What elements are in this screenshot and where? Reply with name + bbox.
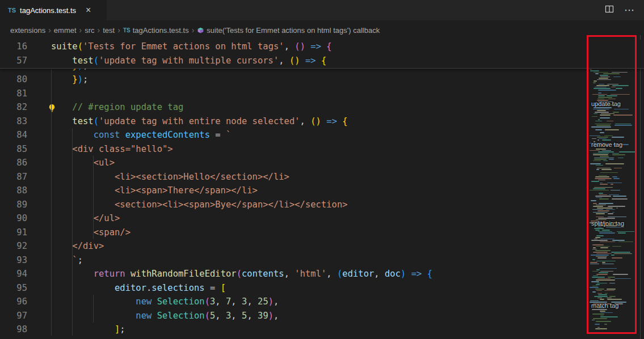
code-token: , [215,311,226,321]
code-area[interactable]: 80 });8182 // #region update tag83 test(… [0,73,644,337]
line-number[interactable]: 87 [0,170,27,184]
line-number[interactable]: 85 [0,142,27,156]
code-token: { [321,56,326,66]
code-line[interactable]: 91 <span/> [0,226,644,240]
breadcrumb-item-emmet[interactable]: emmet [54,26,77,35]
code-text: new Selection(3, 7, 3, 25), [27,295,279,309]
sticky-line[interactable]: 57 test('update tag with multiple cursor… [0,54,644,68]
partially-scrolled-line[interactable]: 79 }); [0,69,644,73]
code-token: ; [78,255,83,265]
tab-label: tagActions.test.ts [20,6,76,15]
code-line[interactable]: 96 new Selection(3, 7, 3, 25), [0,295,644,309]
code-text: test('update tag with entire node select… [27,115,348,129]
more-actions-icon[interactable]: ⋯ [624,4,635,16]
line-number[interactable]: 57 [0,54,27,68]
code-token [151,296,157,307]
code-line[interactable]: 86 <ul> [0,156,644,170]
code-line[interactable]: 98 ]; [0,323,644,337]
line-number[interactable]: 98 [0,323,27,337]
code-line[interactable]: 92 </div> [0,239,644,253]
code-token: ; [83,74,88,84]
sticky-scroll[interactable]: 16suite('Tests for Emmet actions on html… [0,40,644,69]
breadcrumb-item-src[interactable]: src [85,26,94,35]
code-token: suite [51,41,78,52]
code-token: withRandomFileEditor [131,269,237,279]
code-line[interactable]: 93 `; [0,253,644,268]
code-token: , [374,269,385,279]
code-token: , [284,269,295,279]
indent-guide [51,69,52,336]
code-line[interactable]: 90 </ul> [0,211,644,226]
editor[interactable]: 16suite('Tests for Emmet actions on html… [0,40,644,339]
code-token: ) [268,296,273,307]
code-text: <li><span>There</span></li> [27,184,258,198]
code-line[interactable]: 94 return withRandomFileEditor(contents,… [0,267,644,281]
code-token: = [205,283,221,293]
code-line[interactable]: 81 [0,87,644,101]
chevron-right-icon: › [98,26,100,35]
breadcrumb-label: src [85,26,94,35]
code-line[interactable]: 83 test('update tag with entire node sel… [0,115,644,129]
code-token: return [94,269,125,279]
code-line[interactable]: 79 }); [0,69,644,73]
code-token: () [289,56,300,66]
breadcrumb-item-test[interactable]: test [103,26,115,35]
line-number[interactable]: 97 [0,309,27,323]
line-number[interactable]: 96 [0,295,27,309]
code-line[interactable]: 89 <section><li><span>Bye</span></li></s… [0,198,644,212]
breadcrumb-item-file[interactable]: TS tagActions.test.ts [123,26,189,35]
line-number[interactable]: 16 [0,40,27,54]
code-line[interactable]: 80 }); [0,73,644,87]
line-number[interactable]: 83 [0,115,27,129]
code-line[interactable]: 97 new Selection(5, 3, 5, 39), [0,309,644,323]
breadcrumb-label: tagActions.test.ts [133,26,189,35]
line-number[interactable]: 84 [0,128,27,142]
code-token: Selection [157,296,205,307]
close-icon[interactable]: × [86,6,91,15]
code-token: , [300,116,311,126]
breadcrumb-item-symbol[interactable]: suite('Tests for Emmet actions on html t… [197,26,380,35]
code-token [337,116,342,126]
line-number[interactable]: 93 [0,253,27,268]
line-number[interactable]: 79 [0,69,27,73]
code-line[interactable]: 95 editor.selections = [ [0,281,644,295]
code-token: // #region update tag [72,102,183,112]
code-token: 39 [258,311,268,321]
code-token: ( [205,296,210,307]
code-token: , [215,296,226,307]
code-token: Selection [157,311,205,321]
line-number[interactable]: 86 [0,156,27,170]
code-token: doc [385,269,401,279]
code-token: , [231,296,242,307]
line-number[interactable]: 95 [0,281,27,295]
line-number[interactable]: 81 [0,87,27,101]
breadcrumb-item-extensions[interactable]: extensions [10,26,45,35]
code-token: 'html' [294,269,326,279]
code-text: <section><li><span>Bye</span></li></sect… [27,198,348,212]
tab-tagactions-test[interactable]: TS tagActions.test.ts × [0,0,107,20]
split-editor-icon[interactable] [605,5,614,16]
line-number[interactable]: 94 [0,267,27,281]
line-number[interactable]: 92 [0,239,27,253]
breadcrumb-label: extensions [10,26,45,35]
line-number[interactable]: 88 [0,184,27,198]
code-line[interactable]: 85 <div class="hello"> [0,142,644,156]
line-number[interactable]: 82 [0,100,27,115]
code-line[interactable]: 88 <li><span>There</span></li> [0,184,644,198]
code-token: ; [83,69,88,71]
line-number[interactable]: 90 [0,211,27,226]
line-number[interactable]: 89 [0,198,27,212]
code-line[interactable]: 87 <li><section>Hello</section></li> [0,170,644,184]
code-token [51,324,115,334]
code-line[interactable]: 84 const expectedContents = ` [0,128,644,142]
indent-guide [72,128,73,336]
line-number[interactable]: 80 [0,73,27,87]
scrollbar-track[interactable] [640,35,641,339]
code-line[interactable]: 82 // #region update tag [0,100,644,115]
code-token: 'update tag with multiple cursors' [99,56,279,66]
sticky-line[interactable]: 16suite('Tests for Emmet actions on html… [0,40,644,54]
code-token: </div> [51,241,104,251]
lightbulb-icon[interactable] [48,103,57,112]
line-number[interactable]: 91 [0,226,27,240]
code-token [51,56,72,66]
